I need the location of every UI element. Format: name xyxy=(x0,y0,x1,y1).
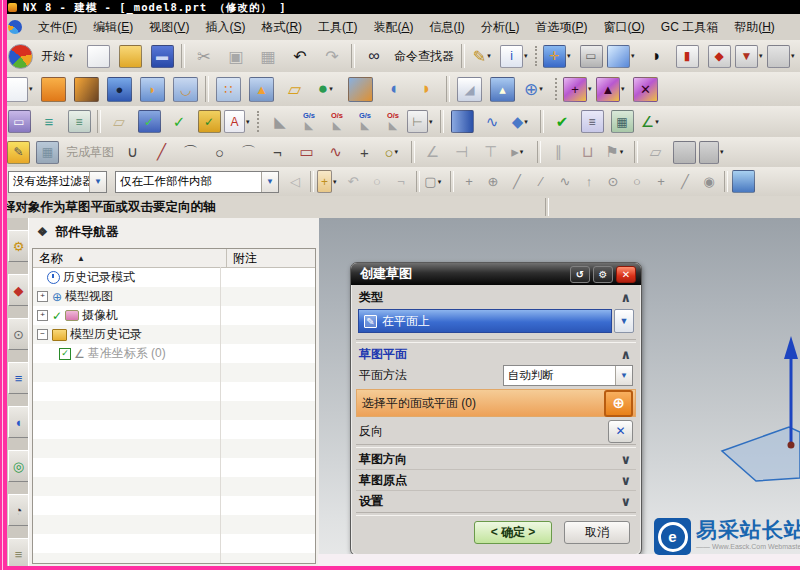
measure-icon[interactable]: ⊢▾ xyxy=(407,109,437,135)
menu-window[interactable]: 窗口(O) xyxy=(595,17,652,38)
point-icon[interactable]: + xyxy=(350,140,379,164)
squares-icon[interactable]: ▱ xyxy=(641,140,670,164)
selection-filter-combo[interactable]: 没有选择过滤器▼ xyxy=(8,171,107,193)
column-note[interactable]: 附注 xyxy=(226,249,315,267)
menu-help[interactable]: 帮助(H) xyxy=(726,17,783,38)
verify-icon[interactable]: ✓ xyxy=(194,109,224,135)
section-sketch-plane[interactable]: 草图平面 ∧ xyxy=(356,344,636,364)
immersive-view-icon[interactable]: ◆ xyxy=(703,43,735,69)
workpiece-icon[interactable] xyxy=(731,171,755,193)
os2-constraint-icon[interactable]: O/s◣ xyxy=(379,112,407,131)
bracket-icon[interactable]: ⊔ xyxy=(573,140,602,164)
history-tab[interactable]: ◔ xyxy=(8,494,29,526)
part-navigator-tab[interactable]: ≡ xyxy=(8,362,29,394)
menu-assemblies[interactable]: 装配(A) xyxy=(365,17,421,38)
cylinder-icon[interactable] xyxy=(447,109,477,135)
snap-line-icon[interactable]: ╱ xyxy=(673,171,697,193)
save-icon[interactable]: ▬ xyxy=(146,43,178,69)
grip-icon[interactable]: ◆▾ xyxy=(507,109,537,135)
ellipse-icon[interactable]: ○▾ xyxy=(379,140,408,164)
sketch-task-icon[interactable]: ▭ xyxy=(4,109,34,135)
section-collapsed-2[interactable]: 设置∨ xyxy=(356,491,636,511)
dialog-reset-button[interactable]: ↺ xyxy=(570,266,590,283)
delete-face-icon[interactable]: ✕ xyxy=(629,75,662,103)
background-icon[interactable]: ▾ xyxy=(767,43,799,69)
open-file-icon[interactable] xyxy=(114,43,146,69)
line-icon[interactable]: ╱ xyxy=(147,140,176,164)
menu-gc-toolbox[interactable]: GC 工具箱 xyxy=(653,17,726,38)
flag-icon[interactable]: ⚑▾ xyxy=(602,140,631,164)
section-collapsed-0[interactable]: 草图方向∨ xyxy=(356,449,636,470)
tag-icon[interactable]: ▱ xyxy=(104,109,134,135)
tree-row-1[interactable]: +⊕模型视图 xyxy=(33,287,315,306)
snap-endpoint-icon[interactable]: ╱ xyxy=(505,171,529,193)
gs2-constraint-icon[interactable]: G/s◣ xyxy=(351,112,379,131)
constraint2-icon[interactable]: ⊣ xyxy=(447,140,476,164)
section-view-icon[interactable]: ▼▾ xyxy=(735,43,767,69)
new-sketch-icon[interactable]: ✎ xyxy=(4,140,33,164)
examine-geometry-icon[interactable]: ✓ xyxy=(164,109,194,135)
undo-icon[interactable]: ↶ xyxy=(284,43,316,69)
rollback-icon[interactable]: ↶ xyxy=(341,171,365,193)
quick-trim-icon[interactable]: ▸▾ xyxy=(505,140,534,164)
csys-icon[interactable]: ∠▾ xyxy=(637,109,667,135)
hole-icon[interactable]: ● xyxy=(103,75,136,103)
cut-icon[interactable]: ✂ xyxy=(188,43,220,69)
profile-icon[interactable]: ∪ xyxy=(118,140,147,164)
print-icon[interactable]: ▭ xyxy=(575,43,607,69)
selection-scope-combo[interactable]: 仅在工作部件内部▼ xyxy=(115,171,279,193)
circle-icon[interactable]: ○ xyxy=(205,140,234,164)
check-model-icon[interactable]: ✓ xyxy=(134,109,164,135)
parallel-icon[interactable]: ∥ xyxy=(544,140,573,164)
menu-preferences[interactable]: 首选项(P) xyxy=(527,17,595,38)
checkbox-checked-icon[interactable]: ✓ xyxy=(59,348,71,360)
requirements-icon[interactable]: ≡ xyxy=(577,109,607,135)
dialog-title-bar[interactable]: 创建草图 ↺ ⚙ ✕ xyxy=(351,263,641,285)
menu-view[interactable]: 视图(V) xyxy=(141,17,197,38)
general-select-icon[interactable]: +▾ xyxy=(317,171,341,193)
chevron-up-icon[interactable]: ∧ xyxy=(620,290,633,305)
pocket-icon[interactable]: ◡ xyxy=(169,75,202,103)
snap-curve-icon[interactable]: ∿ xyxy=(553,171,577,193)
reuse-library-tab[interactable]: ◖ xyxy=(8,406,29,438)
web-browser-tab[interactable]: ◎ xyxy=(8,450,29,482)
constraint3-icon[interactable]: ⊤ xyxy=(476,140,505,164)
menu-information[interactable]: 信息(I) xyxy=(421,17,472,38)
snap-circle-icon[interactable]: ○ xyxy=(625,171,649,193)
move-face-icon[interactable]: +▾ xyxy=(563,75,596,103)
reverse-direction-button[interactable]: ✕ xyxy=(608,420,633,443)
constraint1-icon[interactable]: ∠ xyxy=(418,140,447,164)
tree-row-0[interactable]: 历史记录模式 xyxy=(33,268,315,287)
show-hide-icon[interactable]: ▮ xyxy=(671,43,703,69)
redo-icon[interactable]: ↷ xyxy=(316,43,348,69)
expand-icon[interactable]: + xyxy=(37,310,48,321)
sketch-icon[interactable]: ▾ xyxy=(4,75,37,103)
snap-point-icon[interactable]: + xyxy=(649,171,673,193)
menu-format[interactable]: 格式(R) xyxy=(253,17,310,38)
section-type[interactable]: 类型 ∧ xyxy=(356,287,636,307)
snapshot-icon[interactable]: ◁ xyxy=(283,171,307,193)
dialog-close-button[interactable]: ✕ xyxy=(616,266,636,283)
thicken-icon[interactable]: ◗ xyxy=(410,75,443,103)
window-display-icon[interactable]: ✛▾ xyxy=(543,43,575,69)
fillet-icon[interactable]: ⌒ xyxy=(234,140,263,164)
plane-method-combo-arrow[interactable]: ▼ xyxy=(615,366,632,385)
spline-icon[interactable]: ∿ xyxy=(321,140,350,164)
camera1-icon[interactable] xyxy=(670,140,699,164)
expand-icon[interactable]: + xyxy=(37,291,48,302)
new-file-icon[interactable] xyxy=(82,43,114,69)
extrude-icon[interactable] xyxy=(37,75,70,103)
nx-logo-icon[interactable] xyxy=(4,43,36,69)
constraint-navigator-tab[interactable]: ⊙ xyxy=(8,318,29,350)
select-face-row[interactable]: 选择平的面或平面 (0) ⊕ xyxy=(356,389,636,417)
paste-icon[interactable]: ▦ xyxy=(252,43,284,69)
navigator-column-headers[interactable]: 名称▲ 附注 xyxy=(33,249,315,268)
start-button[interactable]: 开始▾ xyxy=(36,46,82,67)
sketch-type-combo[interactable]: ✎在平面上 ▼ xyxy=(358,309,634,333)
menu-file[interactable]: 文件(F) xyxy=(30,17,85,38)
dialog-settings-button[interactable]: ⚙ xyxy=(593,266,613,283)
lasso-icon[interactable]: ¬ xyxy=(389,171,413,193)
visualize-shape-icon[interactable]: ✎▾ xyxy=(468,43,500,69)
menu-tools[interactable]: 工具(T) xyxy=(310,17,365,38)
snap-arrow-icon[interactable]: ↑ xyxy=(577,171,601,193)
